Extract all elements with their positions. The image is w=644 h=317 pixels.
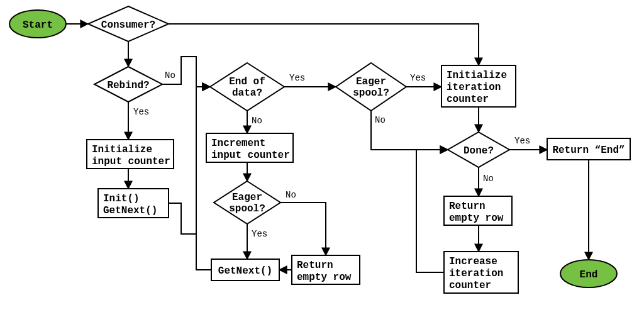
end-node: End <box>560 260 617 287</box>
eager-spool-upper-decision: Eager spool? <box>336 63 406 111</box>
edge-consumer-inititer <box>169 24 479 65</box>
init-getnext-process: Init() GetNext() <box>98 189 169 218</box>
ret-empty1-line1: Return <box>297 260 333 271</box>
edge-eod-yes-label: Yes <box>289 73 305 83</box>
edge-eager1-no-label: No <box>286 190 296 200</box>
start-node: Start <box>9 10 66 38</box>
incr-iter-line2: iteration <box>449 268 503 279</box>
edge-eod-no-label: No <box>252 116 262 126</box>
flowchart-canvas: Start Consumer? Rebind? Initialize input… <box>0 0 644 317</box>
rebind-label: Rebind? <box>107 80 149 91</box>
return-empty-left-process: Return empty row <box>292 255 360 284</box>
edge-getnext-eod <box>196 87 211 270</box>
done-decision: Done? <box>448 132 509 167</box>
eager2-line1: Eager <box>356 76 386 87</box>
edge-eager2-yes-label: Yes <box>410 73 426 83</box>
end-of-data-decision: End of data? <box>210 63 284 111</box>
init-input-line2: input counter <box>92 156 170 167</box>
incr-input-process: Increment input counter <box>206 133 293 162</box>
eod-line1: End of <box>229 76 265 87</box>
start-label: Start <box>23 19 53 31</box>
init-getnext-line2: GetNext() <box>103 205 157 216</box>
init-iter-line1: Initialize <box>447 70 507 81</box>
edge-rebind-yes-label: Yes <box>133 107 149 117</box>
getnext-process: GetNext() <box>211 259 279 281</box>
edge-incriter-done <box>416 150 448 272</box>
rebind-decision: Rebind? <box>94 67 162 102</box>
incr-iter-line1: Increase <box>449 256 497 267</box>
ret-end-label: Return “End” <box>552 145 625 156</box>
edge-rebind-no-label: No <box>165 70 175 81</box>
return-empty-right-process: Return empty row <box>444 196 512 225</box>
incr-input-line2: input counter <box>211 150 290 161</box>
consumer-label: Consumer? <box>101 19 155 31</box>
ret-empty2-line1: Return <box>449 201 486 212</box>
edge-done-no-label: No <box>483 174 494 184</box>
getnext-label: GetNext() <box>218 265 272 277</box>
end-label: End <box>580 269 598 281</box>
incr-iter-process: Increase iteration counter <box>444 252 518 293</box>
ret-empty2-line2: empty row <box>449 213 504 224</box>
eager1-line1: Eager <box>232 192 262 203</box>
init-getnext-line1: Init() <box>103 193 140 204</box>
edge-eager2-no-label: No <box>375 115 386 125</box>
incr-iter-line3: counter <box>449 280 491 291</box>
init-iter-line3: counter <box>447 94 489 105</box>
eager2-line2: spool? <box>353 87 389 99</box>
init-iter-line2: iteration <box>447 82 501 93</box>
edge-done-yes-label: Yes <box>514 136 530 146</box>
ret-empty1-line2: empty row <box>297 272 352 283</box>
done-label: Done? <box>464 145 494 157</box>
init-iter-process: Initialize iteration counter <box>441 65 516 107</box>
eager-spool-lower-decision: Eager spool? <box>214 181 280 224</box>
eager1-line2: spool? <box>229 203 265 214</box>
init-input-line1: Initialize <box>92 144 152 155</box>
init-input-process: Initialize input counter <box>87 140 174 169</box>
edge-eager1-retempty1 <box>280 203 326 255</box>
consumer-decision: Consumer? <box>88 6 169 42</box>
return-end-process: Return “End” <box>547 138 630 160</box>
edge-initgetnext-eod <box>169 87 210 234</box>
edge-eager1-yes-label: Yes <box>252 229 267 239</box>
eod-line2: data? <box>232 87 262 99</box>
incr-input-line1: Increment <box>211 138 265 149</box>
